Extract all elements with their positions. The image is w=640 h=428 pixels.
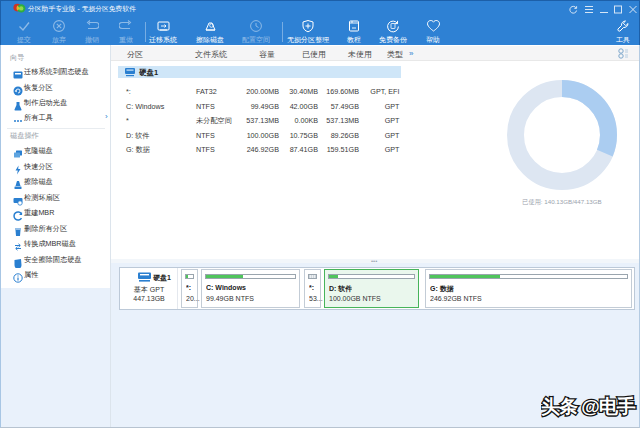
svg-text:头条 @电手: 头条 @电手: [541, 396, 636, 417]
